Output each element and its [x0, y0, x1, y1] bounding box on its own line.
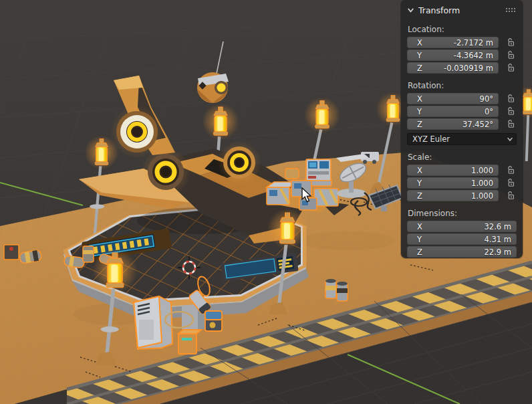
rotation-x-lock-icon[interactable]: [505, 94, 516, 104]
location-y-field[interactable]: Y -4.3642 m: [407, 49, 499, 61]
location-z-field[interactable]: Z -0.030919 m: [407, 62, 499, 74]
scale-x-field[interactable]: X 1.000: [407, 165, 499, 176]
barrel-pair-center[interactable]: [325, 279, 348, 301]
location-label: Location:: [408, 25, 516, 34]
engine-right: [217, 140, 261, 185]
scale-z-field[interactable]: Z 1.000: [407, 190, 499, 201]
chevron-down-icon: [507, 136, 513, 142]
rotation-mode-dropdown[interactable]: XYZ Euler: [407, 133, 517, 145]
rotation-x-field[interactable]: X 90°: [407, 93, 499, 104]
chevron-down-icon: [407, 7, 414, 14]
scale-z-lock-icon[interactable]: [505, 191, 516, 201]
location-x-lock-icon[interactable]: [505, 37, 516, 48]
transform-panel-header[interactable]: Transform: [407, 0, 517, 20]
scale-label: Scale:: [408, 153, 516, 162]
supply-pouch[interactable]: [285, 169, 299, 179]
scale-y-lock-icon[interactable]: [505, 178, 516, 189]
dimensions-label: Dimensions:: [408, 209, 516, 218]
blue-device[interactable]: [205, 311, 222, 331]
dimensions-y-field[interactable]: Y 4.31 m: [407, 233, 517, 245]
scale-y-field[interactable]: Y 1.000: [407, 177, 499, 189]
transform-panel: Transform Location: X -2.7172 m Y -4.364…: [401, 0, 523, 258]
rotation-y-lock-icon[interactable]: [505, 106, 516, 117]
rotation-z-field[interactable]: Z 37.452°: [407, 118, 499, 130]
location-z-lock-icon[interactable]: [505, 63, 516, 74]
drag-handle-icon[interactable]: [505, 7, 515, 13]
location-y-lock-icon[interactable]: [505, 50, 516, 61]
scale-x-lock-icon[interactable]: [505, 165, 516, 176]
rotation-y-field[interactable]: Y 0°: [407, 106, 499, 117]
dimensions-z-field[interactable]: Z 22.9 m: [407, 246, 517, 258]
rotation-label: Rotation:: [408, 81, 516, 90]
dimensions-x-field[interactable]: X 32.6 m: [407, 221, 517, 232]
rotation-z-lock-icon[interactable]: [505, 119, 516, 130]
engine-center: [141, 147, 190, 197]
panel-title: Transform: [418, 5, 460, 15]
blender-3d-viewport[interactable]: Transform Location: X -2.7172 m Y -4.364…: [0, 0, 532, 404]
location-x-field[interactable]: X -2.7172 m: [407, 37, 499, 48]
